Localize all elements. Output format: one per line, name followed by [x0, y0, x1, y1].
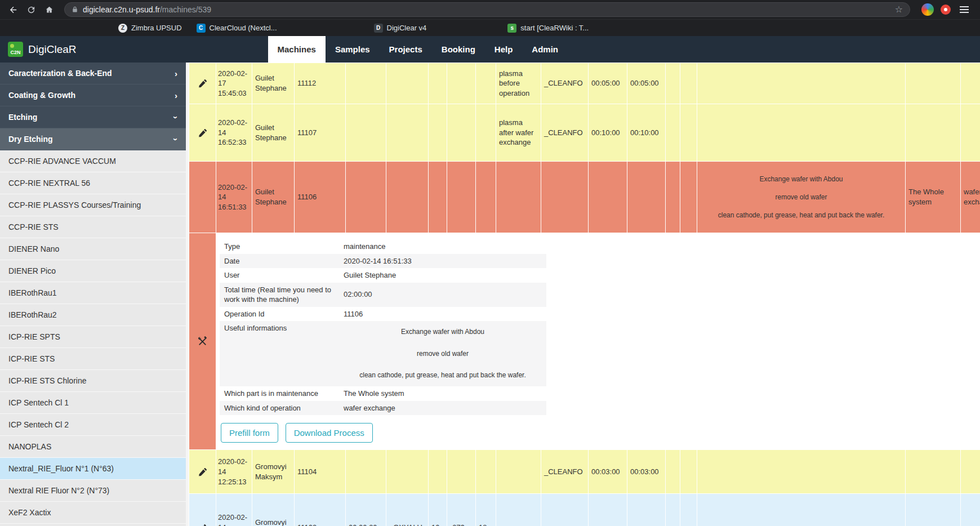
nav-booking[interactable]: Booking [432, 36, 485, 63]
sidebar-item-nanoplas[interactable]: NANOPLAS [0, 436, 186, 458]
sidebar-item-nextral-rie-fluor-n-1-n-63[interactable]: Nextral_RIE_Fluor N°1 (N°63) [0, 458, 186, 480]
sidebar-item-ccp-rie-plassys-courses-training[interactable]: CCP-RIE PLASSYS Courses/Training [0, 194, 186, 216]
operation-cell: 2020-02-17 15:45:03 [216, 63, 252, 104]
sidebar-item-nextral-rie-fluor-n-2-n-73[interactable]: Nextral RIE Fluor N°2 (N°73) [0, 480, 186, 502]
detail-value: maintenance [339, 239, 546, 254]
operation-cell [447, 63, 476, 104]
sidebar-category-etching[interactable]: Etching› [0, 106, 186, 128]
operation-cell [697, 494, 906, 526]
operation-row[interactable]: 2020-02-14 16:51:33Guilet Stephane11106E… [189, 162, 980, 233]
sidebar-item-icp-rie-sts[interactable]: ICP-RIE STS [0, 348, 186, 370]
pencil-icon [198, 523, 207, 526]
download-process-button[interactable]: Download Process [286, 423, 373, 443]
sidebar-item-ccp-rie-advance-vaccum[interactable]: CCP-RIE ADVANCE VACCUM [0, 150, 186, 172]
operation-cell: Exchange wafer with Abdou remove old waf… [697, 162, 906, 233]
detail-label: Which part is in maintenance [220, 386, 339, 401]
zimbra-favicon: Z [118, 24, 127, 33]
operation-icon-cell [189, 450, 216, 494]
operation-cell: 2020-02-14 11:43:53 [216, 494, 252, 526]
bookmark-item-zimbra-upsud[interactable]: ZZimbra UPSUD [115, 22, 185, 34]
app-logo-icon: C2N [8, 42, 23, 57]
operation-cell [680, 450, 697, 494]
operation-cell: 10 [429, 494, 447, 526]
bookmark-item-digiclear-v4[interactable]: DDigiClear v4 [371, 22, 430, 34]
chevron-right-icon: › [175, 91, 177, 100]
operation-cell: 00:10:00 [589, 104, 627, 162]
address-bar[interactable]: digiclear.c2n.u-psud.fr/machines/539 ☆ [64, 2, 910, 17]
operation-cell: 18 [476, 494, 496, 526]
operation-cell [680, 63, 697, 104]
brush-icon [198, 467, 207, 476]
operation-cell: 2020-02-14 16:51:33 [216, 162, 252, 233]
operation-cell [961, 494, 980, 526]
detail-value: Exchange wafer with Abdou remove old waf… [339, 321, 546, 386]
browser-menu-icon[interactable] [957, 4, 971, 15]
sidebar-item-icp-rie-spts[interactable]: ICP-RIE SPTS [0, 326, 186, 348]
sidebar-item-ccp-rie-sts[interactable]: CCP-RIE STS [0, 216, 186, 238]
operations-table: 2020-02-17 15:45:03Guilet Stephane11112p… [189, 63, 980, 526]
operation-row[interactable]: 2020-02-14 16:52:33Guilet Stephane11107p… [189, 104, 980, 162]
reload-button[interactable] [24, 2, 38, 17]
operation-cell [447, 162, 476, 233]
operation-row[interactable]: 2020-02-14 12:25:13Gromovyi Maksym11104_… [189, 450, 980, 494]
nav-help[interactable]: Help [485, 36, 523, 63]
nav-samples[interactable]: Samples [326, 36, 380, 63]
operation-cell [496, 162, 541, 233]
operation-icon-cell [189, 162, 216, 233]
sidebar-item-ccp-rie-nextral-56[interactable]: CCP-RIE NEXTRAL 56 [0, 172, 186, 194]
detail-field-which-kind-of-operation: Which kind of operationwafer exchange [220, 401, 546, 416]
sidebar-item-icp-rie-sts-chlorine[interactable]: ICP-RIE STS Chlorine [0, 370, 186, 392]
operation-cell: _CLEANFO [541, 104, 589, 162]
sidebar-item-diener-nano[interactable]: DIENER Nano [0, 238, 186, 260]
prefill-form-button[interactable]: Prefill form [221, 423, 278, 443]
operation-row[interactable]: 2020-02-17 15:45:03Guilet Stephane11112p… [189, 63, 980, 104]
sidebar-item-xef2-xactix[interactable]: XeF2 Xactix [0, 502, 186, 524]
category-label: Caracterization & Back-End [8, 69, 112, 78]
operation-cell [961, 450, 980, 494]
extension-icon[interactable] [941, 5, 951, 15]
operation-cell: 00:05:00 [589, 63, 627, 104]
bookmark-star-icon[interactable]: ☆ [895, 5, 903, 14]
operation-detail-panel: TypemaintenanceDate2020-02-14 16:51:33Us… [216, 233, 980, 450]
operation-cell: 11106 [295, 162, 346, 233]
bookmark-item-start-clearwiki-t[interactable]: sstart [CleaRWiki : T... [504, 22, 592, 34]
nav-admin[interactable]: Admin [522, 36, 568, 63]
sidebar-category-coating-growth[interactable]: Coating & Growth› [0, 84, 186, 106]
operation-cell [680, 494, 697, 526]
detail-label: Operation Id [220, 307, 339, 322]
sidebar: Caracterization & Back-End›Coating & Gro… [0, 63, 189, 526]
sidebar-item-iberothrau1[interactable]: IBERothRau1 [0, 282, 186, 304]
operation-cell: 11107 [295, 104, 346, 162]
chevron-right-icon: › [175, 69, 177, 78]
nav-machines[interactable]: Machines [268, 36, 326, 63]
category-label: Coating & Growth [8, 91, 75, 100]
profile-avatar[interactable] [921, 3, 934, 16]
sidebar-item-diener-pico[interactable]: DIENER Pico [0, 260, 186, 282]
nav-projects[interactable]: Projects [380, 36, 432, 63]
sidebar-item-iberothrau2[interactable]: IBERothRau2 [0, 304, 186, 326]
detail-field-useful-informations: Useful informationsExchange wafer with A… [220, 321, 546, 386]
home-button[interactable] [42, 2, 56, 17]
detail-value: wafer exchange [339, 401, 546, 416]
bookmark-item-clearcloud-nextcl[interactable]: CClearCloud (Nextcl... [193, 22, 280, 34]
back-button[interactable] [6, 2, 20, 17]
operation-cell [429, 450, 447, 494]
home-icon [44, 5, 54, 15]
sidebar-item-icp-sentech-cl-2[interactable]: ICP Sentech Cl 2 [0, 414, 186, 436]
maintenance-icon-cell [189, 233, 216, 450]
operation-cell [961, 63, 980, 104]
operation-cell [346, 63, 386, 104]
sidebar-category-caracterization-back-end[interactable]: Caracterization & Back-End› [0, 63, 186, 84]
operation-cell [680, 162, 697, 233]
sidebar-category-dry-etching[interactable]: Dry Etching› [0, 128, 186, 150]
category-label: Dry Etching [8, 135, 53, 144]
operation-row[interactable]: 2020-02-14 11:43:53Gromovyi Maksym111030… [189, 494, 980, 526]
bookmark-label: ClearCloud (Nextcl... [210, 24, 277, 32]
operation-cell: Guilet Stephane [252, 162, 295, 233]
operation-cell [906, 450, 961, 494]
sidebar-item-icp-sentech-cl-1[interactable]: ICP Sentech Cl 1 [0, 392, 186, 414]
operation-cell: Guilet Stephane [252, 104, 295, 162]
main-content: 2020-02-17 15:45:03Guilet Stephane11112p… [189, 63, 980, 526]
operation-detail-row: TypemaintenanceDate2020-02-14 16:51:33Us… [189, 233, 980, 450]
operation-cell [541, 162, 589, 233]
